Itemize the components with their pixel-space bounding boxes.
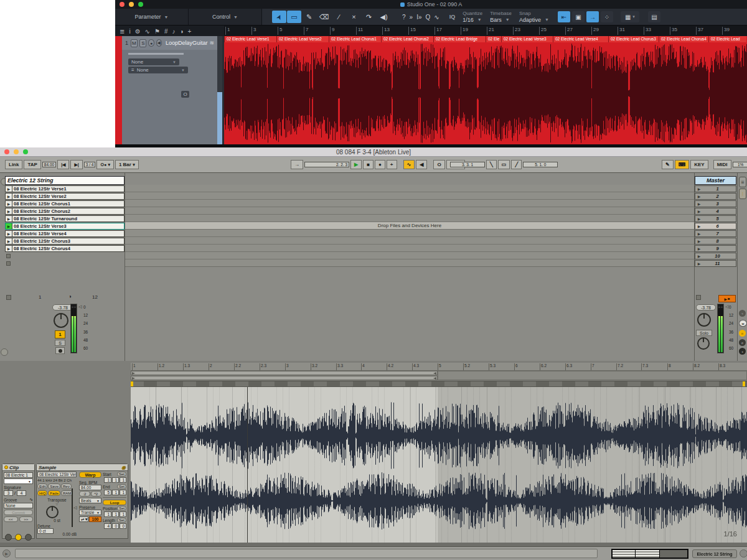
stop-all-clips-button[interactable]: ▶■ [718,295,736,302]
paint-tool-button[interactable]: ✎ [302,11,316,23]
crosshair-button[interactable]: ⁘ [601,11,613,22]
reverse-button[interactable]: Rev [61,483,72,489]
record-arm-button[interactable]: ● [148,39,154,47]
scene-launch-button[interactable]: ▶ [695,217,703,221]
tempo-field[interactable]: 84.00 [42,162,56,167]
end-beats[interactable]: 1 [112,490,119,495]
add-track-icon[interactable]: + [188,28,192,35]
end-set-button[interactable]: Set [117,484,126,489]
info-icon[interactable]: i [129,28,130,35]
length-beats[interactable]: 0 [112,523,119,529]
range-tool-button[interactable]: ▭ [287,11,301,23]
track-stop-square[interactable] [6,295,11,300]
beat-time-ruler[interactable]: 11.21.322.22.333.23.344.24.355.25.366.26… [131,363,747,371]
metronome-button[interactable]: O● ▾ [96,160,113,169]
overview-toggle[interactable]: ≣ [739,177,746,187]
loop-length-field[interactable]: 5. 1. 0 [523,162,558,167]
warp-mode-chooser[interactable]: Beats▼ [79,498,101,503]
pan-knob[interactable] [54,313,68,328]
curve-icon[interactable]: ∿ [434,14,439,21]
arrangement-clip[interactable]: 02 Electric Lead Chorus4 [659,36,708,42]
track-output-channel[interactable]: 12 [92,294,98,300]
scene-launch-button[interactable]: ▶ [695,261,703,266]
fade-button[interactable]: Fade [48,490,60,496]
record-button[interactable]: ● [375,160,385,169]
stop-button[interactable]: ■ [363,160,374,169]
back-to-arrangement-button[interactable]: ◀ [416,160,427,169]
drop-zone[interactable]: Drop Files and Devices Here [125,222,694,229]
arrangement-clip[interactable]: 02 Electric Lead Verse2 [276,36,329,42]
start-end-brace[interactable] [131,376,438,380]
end-bars[interactable]: 5 [104,490,111,495]
io-toggle[interactable]: ● [739,348,746,355]
empty-clip-slot[interactable] [5,253,125,259]
clip-launch-button[interactable]: ▶ [6,223,12,229]
preview-button[interactable]: ▶ [2,549,11,558]
tap-tempo-button[interactable]: TAP [24,160,40,169]
clip-stop-button[interactable] [6,261,11,266]
scene-slot[interactable]: ▶ 10 [695,253,736,259]
nudge-forward-button[interactable]: >> [19,516,34,522]
scene-launch-button[interactable]: ▶ [695,246,703,251]
scrub-area[interactable] [131,381,747,387]
start-beats[interactable]: 1 [112,477,119,483]
target-icon[interactable]: ◉ [121,465,126,470]
clip-stop-button[interactable] [6,254,11,258]
grid-resolution-label[interactable]: 1/16 [724,530,737,538]
loop-end-marker[interactable] [433,372,436,375]
master-title[interactable]: Master [695,176,736,185]
scene-slot[interactable]: ▶ 4 [695,208,736,215]
automation-arm-button[interactable]: ∿ [403,160,415,169]
half-tempo-button[interactable]: :2 [79,491,90,497]
current-clip-button[interactable]: Electric 12 String [692,549,737,558]
arrangement-area[interactable]: 02 Electric Lead Verse102 Electric Lead … [224,36,747,144]
clip-launch-button[interactable]: ▶ [6,246,12,251]
volume-handle-icon[interactable]: ◁ [78,304,82,309]
loop-button[interactable]: Loop [103,500,126,505]
timeline-ruler[interactable]: 13579111315171921232527293133353739 [224,26,747,37]
clip-slot[interactable]: ▶ 08 Electric 12Str Chorus1 [5,200,125,207]
gain-handle-icon[interactable]: ◁ [73,505,77,510]
scene-slot[interactable]: ▶ 2 [695,193,736,200]
show-mixer-toggle[interactable] [1,348,8,356]
master-solo-button[interactable]: Solo [696,330,712,336]
signature-denominator[interactable]: 4 [17,490,26,496]
track-delay-toggle[interactable]: o [739,339,746,346]
mute-button[interactable]: M [131,39,138,47]
commit-button[interactable]: Commit [4,510,33,515]
key-map-button[interactable]: KEY [690,160,708,169]
end-marker[interactable] [433,377,436,380]
length-set-button[interactable]: Set [117,518,126,523]
volume-bar[interactable] [128,53,184,55]
groove-chooser[interactable]: None [4,503,33,508]
marker-flag-icon[interactable]: ⚑ [154,28,160,35]
scene-slot[interactable]: ▶ 9 [695,245,736,252]
input-slot[interactable]: ≡ None▼ [128,67,188,73]
note-icon[interactable]: ♪ [172,28,176,35]
position-set-button[interactable]: Set [117,506,126,511]
open-insert-button[interactable]: O [181,91,189,98]
arm-button[interactable] [55,347,65,354]
clip-slot[interactable]: ▶ 08 Electric 12Str Verse1 [5,185,125,192]
scene-launch-button[interactable]: ▶ [695,202,703,206]
position-sixteenths[interactable]: 1 [120,511,126,517]
clip-color-chooser[interactable]: ▼ [4,478,33,484]
position-beats[interactable]: 1 [112,511,119,517]
scene-launch-button[interactable]: ▶ [695,187,703,191]
arrangement-clip[interactable]: 02 Electric Lead Verse4 [553,36,608,42]
quantize-icon[interactable]: Q [425,14,430,21]
clip-name-field[interactable]: 08 Electric 1 [4,472,33,478]
monitor-button[interactable]: ◀ [156,39,162,47]
clip-slot[interactable]: ▶ 08 Electric 12Str Chorus2 [5,208,125,215]
clip-launch-button[interactable]: ▶ [6,216,12,222]
edit-button[interactable]: Edit [37,483,47,489]
transient-envelope-field[interactable]: 100 [89,516,101,522]
signature-numerator[interactable]: 3 [4,490,13,496]
sends-toggle[interactable]: ≈ [739,310,746,317]
clip-launch-button[interactable]: ▶ [6,208,12,214]
track-header[interactable]: 1 M S ● ◀ LoopDelayGuitar ≋ None▼ O ≡ No… [122,36,217,144]
end-sixteenths[interactable]: 1 [120,490,126,495]
memory-button[interactable]: ▤ [648,11,660,22]
control-dropdown[interactable]: Control▼ [189,9,262,25]
play-button[interactable]: ▶ [350,160,362,169]
